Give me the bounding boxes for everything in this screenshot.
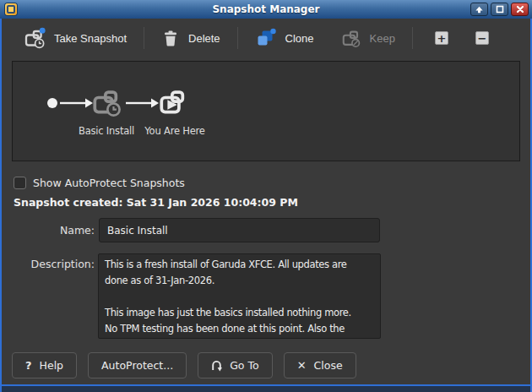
close-label: Close [314, 359, 343, 372]
help-label: Help [40, 359, 64, 372]
zoom-in-button[interactable]: + [435, 31, 448, 45]
maximize-icon [496, 5, 504, 14]
goto-button[interactable]: Go To [198, 352, 272, 378]
toolbar: Take Snapshot Delete [2, 20, 530, 56]
snapshot-timeline-panel: Basic Install You Are Here [12, 61, 520, 161]
help-button[interactable]: ? Help [12, 352, 77, 378]
snapshot-created-text: Snapshot created: Sat 31 Jan 2026 10:04:… [14, 196, 298, 209]
help-icon: ? [25, 359, 32, 372]
close-icon [516, 5, 524, 14]
camera-keep-icon [341, 28, 361, 48]
toolbar-separator [237, 27, 238, 49]
goto-jump-icon [211, 359, 222, 373]
delete-button[interactable]: Delete [148, 23, 234, 53]
description-input[interactable]: This is a fresh install of Garuda XFCE. … [98, 253, 381, 339]
snapshot-label-you-are-here: You Are Here [134, 125, 215, 137]
camera-new-icon [24, 27, 46, 49]
keep-label: Keep [370, 32, 395, 45]
shade-button[interactable] [470, 3, 488, 16]
trash-icon [161, 29, 180, 47]
dialog-body: Take Snapshot Delete [0, 19, 532, 384]
shade-up-arrow-icon [475, 5, 484, 14]
titlebar[interactable]: Snapshot Manager [0, 0, 532, 19]
maximize-button[interactable] [491, 3, 508, 16]
close-x-icon: ✕ [297, 359, 307, 372]
timeline-arrow-icon [60, 97, 94, 109]
description-label: Description: [2, 258, 95, 270]
delete-label: Delete [188, 32, 220, 45]
snapshot-node-basic-install[interactable] [91, 86, 122, 117]
timeline-root-dot [47, 98, 57, 108]
show-autoprotect-label[interactable]: Show AutoProtect Snapshots [33, 177, 185, 189]
close-window-button[interactable] [511, 3, 529, 16]
clone-button[interactable]: Clone [242, 23, 328, 53]
zoom-out-button[interactable]: − [475, 31, 489, 45]
name-input[interactable] [99, 218, 380, 242]
footer-button-row: ? Help AutoProtect... Go To ✕ Close [12, 352, 517, 378]
keep-button[interactable]: Keep [328, 23, 409, 53]
close-button[interactable]: ✕ Close [284, 352, 356, 378]
toolbar-separator [412, 27, 413, 49]
take-snapshot-label: Take Snapshot [54, 32, 127, 45]
toolbar-separator [144, 27, 144, 49]
snapshot-manager-window: Snapshot Manager [0, 0, 532, 392]
show-autoprotect-checkbox[interactable] [14, 177, 26, 189]
window-bottom-frame [0, 384, 532, 392]
show-autoprotect-row: Show AutoProtect Snapshots [14, 177, 185, 189]
name-label: Name: [2, 224, 95, 237]
take-snapshot-button[interactable]: Take Snapshot [10, 23, 140, 53]
clone-label: Clone [285, 32, 314, 45]
snapshot-node-current[interactable] [158, 86, 189, 117]
goto-label: Go To [230, 359, 258, 372]
clone-icon [255, 27, 277, 49]
window-title: Snapshot Manager [0, 3, 532, 15]
timeline-arrow-icon [126, 97, 160, 109]
autoprotect-button[interactable]: AutoProtect... [88, 352, 187, 378]
autoprotect-label: AutoProtect... [101, 359, 173, 372]
